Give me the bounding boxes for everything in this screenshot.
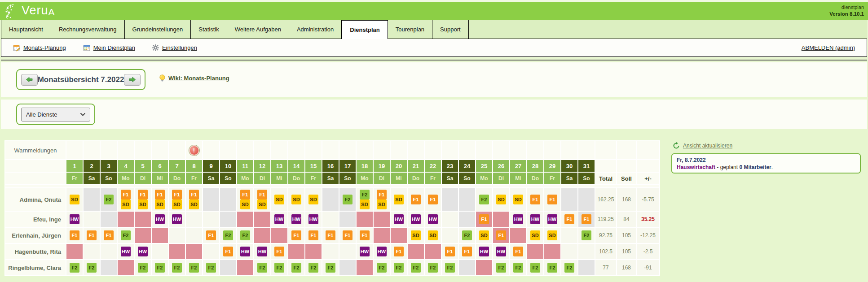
- schedule-cell-day-25[interactable]: HW: [476, 244, 492, 259]
- schedule-cell-day-3[interactable]: [101, 260, 117, 275]
- schedule-cell-day-1[interactable]: [66, 244, 83, 259]
- schedule-cell-day-12[interactable]: F1SD: [254, 188, 270, 211]
- warning-icon[interactable]: [189, 145, 199, 156]
- schedule-cell-day-29[interactable]: SD: [544, 228, 560, 243]
- schedule-cell-day-16[interactable]: [322, 244, 339, 259]
- schedule-cell-day-7[interactable]: [169, 244, 185, 259]
- tab-rechnungsverwaltung[interactable]: Rechnungsverwaltung: [51, 20, 125, 39]
- schedule-cell-day-17[interactable]: [339, 244, 356, 259]
- schedule-cell-day-28[interactable]: SD: [527, 228, 543, 243]
- schedule-cell-day-22[interactable]: SD: [425, 228, 441, 243]
- tab-grundeinstellungen[interactable]: Grundeinstellungen: [125, 20, 191, 39]
- schedule-cell-day-18[interactable]: F1: [357, 228, 373, 243]
- schedule-cell-day-10[interactable]: [220, 260, 236, 275]
- schedule-cell-day-22[interactable]: F2: [425, 260, 441, 275]
- schedule-cell-day-24[interactable]: [459, 188, 475, 211]
- schedule-cell-day-4[interactable]: F2: [118, 228, 134, 243]
- schedule-cell-day-9[interactable]: [203, 188, 219, 211]
- schedule-cell-day-6[interactable]: HW: [152, 212, 168, 227]
- toolbar-item-einstellungen[interactable]: Einstellungen: [152, 44, 197, 51]
- schedule-cell-day-6[interactable]: [152, 244, 168, 259]
- schedule-cell-day-22[interactable]: HW: [425, 212, 441, 227]
- schedule-cell-day-8[interactable]: F2: [186, 260, 202, 275]
- schedule-cell-day-6[interactable]: [152, 228, 168, 243]
- schedule-cell-day-14[interactable]: HW: [288, 212, 304, 227]
- schedule-cell-day-17[interactable]: [339, 212, 356, 227]
- schedule-cell-day-12[interactable]: F2: [254, 260, 270, 275]
- schedule-cell-day-8[interactable]: F1SD: [186, 188, 202, 211]
- schedule-cell-day-16[interactable]: F1: [322, 228, 339, 243]
- schedule-cell-day-13[interactable]: HW: [271, 212, 287, 227]
- schedule-cell-day-2[interactable]: [84, 188, 100, 211]
- schedule-cell-day-13[interactable]: [271, 228, 287, 243]
- schedule-cell-day-27[interactable]: F1: [510, 244, 526, 259]
- schedule-cell-day-18[interactable]: F2SD: [357, 188, 373, 211]
- schedule-cell-day-29[interactable]: [544, 244, 560, 259]
- schedule-cell-day-24[interactable]: [459, 260, 475, 275]
- schedule-cell-day-4[interactable]: [118, 260, 134, 275]
- schedule-cell-day-2[interactable]: [84, 212, 100, 227]
- schedule-cell-day-10[interactable]: F1: [220, 244, 236, 259]
- schedule-cell-day-2[interactable]: F2: [84, 260, 100, 275]
- schedule-cell-day-10[interactable]: [220, 188, 236, 211]
- schedule-cell-day-16[interactable]: [322, 188, 339, 211]
- schedule-cell-day-25[interactable]: [476, 260, 492, 275]
- schedule-cell-day-15[interactable]: [305, 244, 322, 259]
- schedule-cell-day-7[interactable]: F2: [169, 260, 185, 275]
- schedule-cell-day-1[interactable]: SD: [66, 188, 83, 211]
- schedule-cell-day-11[interactable]: F2: [237, 228, 253, 243]
- previous-month-button[interactable]: [21, 74, 38, 86]
- schedule-cell-day-5[interactable]: [135, 212, 151, 227]
- schedule-cell-day-26[interactable]: F2: [493, 260, 509, 275]
- schedule-cell-day-30[interactable]: F2: [561, 260, 577, 275]
- schedule-cell-day-9[interactable]: F2: [203, 260, 219, 275]
- schedule-cell-day-16[interactable]: [322, 212, 339, 227]
- schedule-cell-day-15[interactable]: F2: [305, 260, 322, 275]
- schedule-cell-day-30[interactable]: [561, 188, 577, 211]
- schedule-cell-day-25[interactable]: F2: [476, 188, 492, 211]
- schedule-cell-day-20[interactable]: [391, 228, 407, 243]
- schedule-cell-day-9[interactable]: [203, 212, 219, 227]
- schedule-cell-day-3[interactable]: [101, 244, 117, 259]
- schedule-cell-day-26[interactable]: F1: [493, 228, 509, 243]
- schedule-cell-day-18[interactable]: [357, 212, 373, 227]
- schedule-cell-day-6[interactable]: F1SD: [152, 188, 168, 211]
- schedule-cell-day-14[interactable]: [288, 244, 304, 259]
- schedule-cell-day-7[interactable]: HW: [169, 212, 185, 227]
- schedule-cell-day-2[interactable]: [84, 244, 100, 259]
- schedule-cell-day-21[interactable]: F2: [408, 260, 424, 275]
- schedule-cell-day-27[interactable]: HW: [510, 212, 526, 227]
- tab-weitere-aufgaben[interactable]: Weitere Aufgaben: [227, 20, 289, 39]
- schedule-cell-day-31[interactable]: [578, 260, 595, 275]
- schedule-cell-day-4[interactable]: [118, 212, 134, 227]
- schedule-cell-day-21[interactable]: F1: [408, 188, 424, 211]
- schedule-cell-day-8[interactable]: [186, 244, 202, 259]
- schedule-cell-day-17[interactable]: [339, 260, 356, 275]
- schedule-cell-day-29[interactable]: HW: [544, 212, 560, 227]
- schedule-cell-day-5[interactable]: HW: [135, 244, 151, 259]
- schedule-cell-day-15[interactable]: F1: [305, 228, 322, 243]
- schedule-cell-day-1[interactable]: HW: [66, 212, 83, 227]
- schedule-cell-day-28[interactable]: F2: [527, 260, 543, 275]
- schedule-cell-day-13[interactable]: SD: [271, 188, 287, 211]
- tab-tourenplan[interactable]: Tourenplan: [388, 20, 432, 39]
- schedule-cell-day-11[interactable]: HW: [237, 244, 253, 259]
- tab-administration[interactable]: Administration: [289, 20, 342, 39]
- toolbar-item-monats-planung[interactable]: Monats-Planung: [13, 44, 66, 52]
- schedule-cell-day-20[interactable]: SD: [391, 188, 407, 211]
- schedule-cell-day-29[interactable]: F2: [544, 260, 560, 275]
- schedule-cell-day-27[interactable]: SD: [510, 188, 526, 211]
- toolbar-item-mein-dienstplan[interactable]: Mein Dienstplan: [83, 44, 135, 52]
- schedule-cell-day-8[interactable]: [186, 212, 202, 227]
- schedule-cell-day-20[interactable]: F2: [391, 260, 407, 275]
- schedule-cell-day-2[interactable]: F1: [84, 228, 100, 243]
- wiki-link[interactable]: Wiki: Monats-Planung: [159, 74, 229, 82]
- schedule-cell-day-23[interactable]: F1: [442, 244, 458, 259]
- tab-support[interactable]: Support: [432, 20, 469, 39]
- next-month-button[interactable]: [124, 74, 141, 86]
- schedule-cell-day-30[interactable]: F1: [561, 212, 577, 227]
- schedule-cell-day-12[interactable]: HW: [254, 244, 270, 259]
- service-filter-select[interactable]: Alle Dienste: [21, 108, 90, 121]
- schedule-cell-day-27[interactable]: [510, 228, 526, 243]
- schedule-cell-day-12[interactable]: [254, 212, 270, 227]
